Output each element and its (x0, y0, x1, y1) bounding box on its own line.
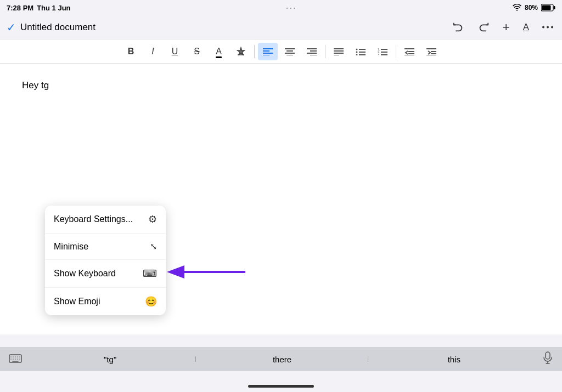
bold-button[interactable]: B (121, 43, 141, 60)
redo-button[interactable] (475, 19, 492, 36)
more-button[interactable] (540, 24, 555, 31)
keyboard-icon: ⌨ (143, 268, 157, 280)
show-keyboard-menu-item[interactable]: Show Keyboard ⌨ (45, 260, 166, 288)
justify-button[interactable] (329, 43, 349, 60)
title-left: ✓ Untitled document (7, 21, 95, 34)
status-right: 80% (513, 4, 555, 12)
svg-rect-57 (546, 352, 550, 359)
autocomplete-suggestions: "tg" there this (24, 355, 540, 364)
minimise-icon: ⤡ (150, 241, 157, 252)
align-center-button[interactable] (280, 43, 300, 60)
suggestion-this[interactable]: this (368, 355, 540, 364)
format-button[interactable]: A (521, 20, 531, 35)
toolbar: B I U S A (0, 39, 562, 64)
svg-rect-2 (542, 5, 551, 10)
title-right: + A (450, 18, 555, 37)
status-dots: ··· (286, 4, 297, 12)
align-right-button[interactable] (302, 43, 322, 60)
suggestion-tg[interactable]: "tg" (24, 355, 196, 364)
toolbar-sep-2 (325, 45, 325, 58)
strikethrough-button[interactable]: S (187, 43, 207, 60)
title-bar: ✓ Untitled document + A (0, 15, 562, 39)
gear-icon: ⚙ (148, 213, 157, 225)
add-button[interactable]: + (501, 18, 512, 37)
svg-point-5 (551, 26, 553, 29)
keyboard-small-icon (7, 350, 24, 368)
status-time: 7:28 PM (7, 4, 33, 12)
minimise-menu-item[interactable]: Minimise ⤡ (45, 234, 166, 260)
show-emoji-menu-item[interactable]: Show Emoji 😊 (45, 288, 166, 315)
svg-rect-1 (554, 6, 555, 9)
autocomplete-bar: "tg" there this (0, 347, 562, 371)
indent-decrease-button[interactable] (400, 43, 419, 60)
minimise-label: Minimise (54, 242, 88, 252)
toolbar-sep-1 (254, 45, 255, 58)
battery-icon (541, 4, 555, 12)
svg-point-24 (356, 48, 357, 50)
save-checkmark: ✓ (7, 21, 16, 34)
mic-button[interactable] (540, 349, 555, 370)
keyboard-settings-label: Keyboard Settings... (54, 214, 133, 224)
font-color-button[interactable]: A (209, 43, 229, 60)
wifi-icon (513, 4, 521, 11)
italic-button[interactable]: I (143, 43, 163, 60)
status-date: Thu 1 Jun (37, 4, 70, 12)
show-emoji-label: Show Emoji (54, 297, 100, 306)
document-content: Hey tg (0, 64, 562, 107)
bullet-list-button[interactable] (351, 43, 370, 60)
svg-text:3.: 3. (378, 53, 380, 55)
svg-point-28 (356, 54, 357, 55)
undo-button[interactable] (450, 19, 467, 36)
align-left-button[interactable] (258, 43, 278, 60)
status-left: 7:28 PM Thu 1 Jun (7, 4, 71, 12)
doc-title: Untitled document (20, 22, 95, 33)
svg-point-26 (356, 51, 357, 53)
show-keyboard-label: Show Keyboard (54, 269, 116, 279)
battery-percent: 80% (525, 4, 538, 12)
emoji-icon: 😊 (145, 296, 157, 308)
autocomplete-left (7, 350, 24, 368)
indent-increase-button[interactable] (422, 43, 441, 60)
home-indicator (248, 385, 314, 388)
underline-button[interactable]: U (165, 43, 185, 60)
numbered-list-button[interactable]: 1. 2. 3. (373, 43, 392, 60)
keyboard-settings-menu-item[interactable]: Keyboard Settings... ⚙ (45, 206, 166, 234)
status-bar: 7:28 PM Thu 1 Jun ··· 80% (0, 0, 562, 15)
toolbar-sep-3 (396, 45, 396, 58)
context-menu: Keyboard Settings... ⚙ Minimise ⤡ Show K… (45, 206, 166, 315)
suggestion-there[interactable]: there (196, 355, 368, 364)
svg-point-3 (542, 26, 544, 29)
svg-point-4 (547, 26, 549, 29)
document-text: Hey tg (22, 80, 49, 90)
highlight-button[interactable] (231, 43, 251, 60)
